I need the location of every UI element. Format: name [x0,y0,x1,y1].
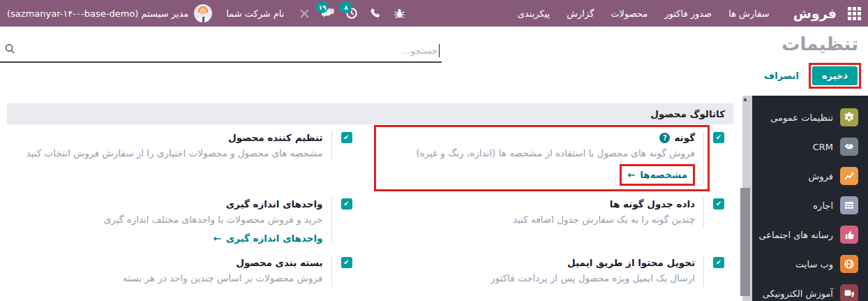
sales-chart-icon [840,167,858,185]
control-panel: جستجو... تنظیمات ذخیره انصراف [0,27,868,96]
thumbs-up-icon [840,226,858,244]
settings-content: کاتالوگ محصول ✔ گونه ? فروش گونه های محص… [0,96,740,301]
menu-configuration[interactable]: پیکربندی [509,0,558,27]
company-name[interactable]: نام شرکت شما [218,8,292,19]
top-navbar: فروش سفارش ها صدور فاکتور محصولات گزارش … [0,0,868,27]
sidebar-item-sales[interactable]: فروش [752,161,868,191]
elearning-icon [840,284,858,301]
search-placeholder: جستجو... [402,45,437,56]
arrow-left-icon: ← [213,233,220,244]
setting-title: تحویل محتوا از طریق ایمیل [567,256,695,270]
page-title: تنظیمات [781,34,858,54]
setting-deliver-content-email: ✔ تحویل محتوا از طریق ایمیل ارسال یک ایم… [380,256,734,286]
email-content-checkbox[interactable]: ✔ [713,257,724,268]
menu-reporting[interactable]: گزارش [558,0,602,27]
setting-variant-grid-entry: ✔ داده جدول گونه ها چندین گونه را به یک … [380,197,734,244]
highlight-box-save: ذخیره [809,63,861,89]
navbar-right-group: فروش سفارش ها صدور فاکتور محصولات گزارش … [509,0,861,27]
setting-product-configurator: ✔ تنظیم کننده محصول مشخصه های محصول و مح… [7,131,361,186]
search-icon[interactable] [4,43,15,57]
help-icon[interactable]: ? [659,133,670,143]
setting-desc: مشخصه های محصول و محصولات اختیاری را از … [7,146,323,160]
sidebar-item-elearning[interactable]: آموزش الکترونیکی [752,279,868,301]
setting-desc: فروش گونه های محصول با استفاده از مشخصه … [380,146,696,160]
apps-menu-icon[interactable] [848,7,861,20]
highlight-box-variants: گونه ? فروش گونه های محصول با استفاده از… [380,131,705,186]
setting-title: گونه [674,131,695,145]
setting-title: واحدهای اندازه گیری [226,197,323,211]
menu-orders[interactable]: سفارش ها [720,0,778,27]
product-configurator-checkbox[interactable]: ✔ [341,132,352,143]
uom-checkbox[interactable]: ✔ [341,198,352,210]
user-menu[interactable]: مدیر سیستم (sazmanyar-۱۴-۰-base-demo) [7,8,188,19]
globe-icon [840,255,858,273]
setting-desc: خرید و فروش محصولات با واحدهای مختلف اند… [7,212,323,226]
phone-icon[interactable] [364,0,387,27]
app-name[interactable]: فروش [793,6,837,21]
setting-desc: چندین گونه را به یک سفارش جدول اضافه کنی… [380,212,696,226]
arrow-left-icon: ← [627,169,635,180]
messages-chat-icon[interactable]: ۱۹ [316,0,340,27]
section-header-product-catalog: کاتالوگ محصول [7,103,733,124]
setting-title: بسته بندی محصول [236,256,322,270]
uom-link[interactable]: واحدهای اندازه گیری ← [213,233,322,244]
section-title: کاتالوگ محصول [650,108,725,119]
menu-invoicing[interactable]: صدور فاکتور [656,0,720,27]
setting-variants: ✔ گونه ? فروش گونه های محصول با استفاده … [380,131,734,186]
handshake-icon [840,138,858,156]
setting-title: تنظیم کننده محصول [228,131,322,145]
sidebar-item-crm[interactable]: CRM [752,132,868,161]
main-area: کاتالوگ محصول ✔ گونه ? فروش گونه های محص… [0,96,868,301]
sidebar-item-social-media[interactable]: رسانه های اجتماعی [752,220,868,249]
menu-products[interactable]: محصولات [602,0,656,27]
sidebar-item-general-settings[interactable]: تنظیمات عمومی [752,103,868,132]
setting-title: داده جدول گونه ها [610,197,695,211]
scrollbar-thumb[interactable] [740,188,750,296]
settings-sidebar: تنظیمات عمومی CRM فروش [752,96,868,301]
content-scrollbar[interactable]: ▲ [740,96,752,301]
sales-settings-page: { "colors": { "navbar_bg": "#875A7B", "a… [0,0,868,301]
tools-wrench-icon[interactable] [292,0,316,27]
text-cursor [439,44,440,57]
user-avatar[interactable] [194,4,212,22]
gear-icon [840,108,858,126]
variant-grid-checkbox[interactable]: ✔ [713,198,724,210]
main-menu: سفارش ها صدور فاکتور محصولات گزارش پیکرب… [509,0,778,27]
sidebar-item-rental[interactable]: اجاره [752,191,868,220]
setting-desc: ارسال یک ایمیل ویژه محصول پس از پرداخت ف… [380,271,696,285]
bug-icon[interactable] [387,0,411,27]
save-button[interactable]: ذخیره [812,66,858,85]
rental-schedule-icon [840,196,858,214]
setting-product-packagings: ✔ بسته بندی محصول فروش محصولات بر اساس چ… [7,256,361,286]
activities-clock-icon[interactable]: ۸ [340,0,364,27]
highlight-box-attributes: مشخصه‌ها ← [620,164,695,186]
setting-units-of-measure: ✔ واحدهای اندازه گیری خرید و فروش محصولا… [7,197,361,244]
control-panel-buttons: ذخیره انصراف [764,63,861,89]
settings-grid: ✔ گونه ? فروش گونه های محصول با استفاده … [0,131,740,286]
discard-button[interactable]: انصراف [764,71,799,81]
scroll-up-arrow-icon[interactable]: ▲ [740,96,750,102]
variants-checkbox[interactable]: ✔ [713,132,724,143]
setting-desc: فروش محصولات بر اساس چندین واحد در هر بس… [7,271,323,285]
navbar-systray: ۸ ۱۹ نام شرکت شما مدیر سیستم (sazmanyar-… [7,0,411,27]
sidebar-item-website[interactable]: وب سایت [752,249,868,279]
packagings-checkbox[interactable]: ✔ [341,257,352,268]
search-input[interactable]: جستجو... [0,38,442,63]
attributes-link[interactable]: مشخصه‌ها ← [627,169,687,180]
